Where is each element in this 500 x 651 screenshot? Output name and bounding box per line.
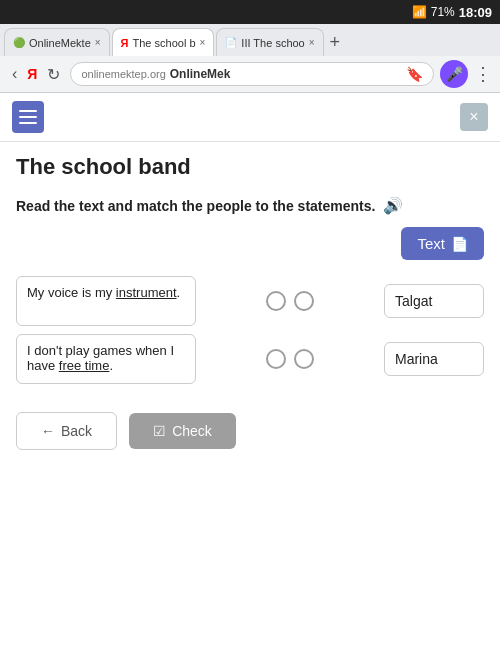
back-nav-button[interactable]: ‹ [8, 63, 21, 85]
name-box-marina: Marina [384, 342, 484, 376]
signal-indicator: 📶 [412, 5, 427, 19]
tab-2[interactable]: Я The school b × [112, 28, 215, 56]
radio-group-2 [204, 349, 376, 369]
name-marina: Marina [395, 351, 438, 367]
match-row-2: I don't play games when I have free time… [16, 334, 484, 384]
matching-area: My voice is my instrument. Talgat I don'… [16, 276, 484, 392]
text-button[interactable]: Text 📄 [401, 227, 484, 260]
page-content: × The school band Read the text and matc… [0, 93, 500, 613]
battery-indicator: 71% [431, 5, 455, 19]
check-button-label: Check [172, 423, 212, 439]
tab-1-close[interactable]: × [95, 37, 101, 48]
url-brand: OnlineMek [170, 67, 231, 81]
statement-1-text: My voice is my instrument. [27, 285, 180, 300]
time-display: 18:09 [459, 5, 492, 20]
reload-button[interactable]: ↻ [43, 63, 64, 86]
more-options-button[interactable]: ⋮ [474, 63, 492, 85]
name-box-talgat: Talgat [384, 284, 484, 318]
url-bar[interactable]: onlinemektep.org OnlineMek 🔖 [70, 62, 434, 86]
tab-3[interactable]: 📄 III The schoo × [216, 28, 323, 56]
hamburger-line-2 [19, 116, 37, 118]
back-button[interactable]: ← Back [16, 412, 117, 450]
tab-1-label: OnlineMekte [29, 37, 91, 49]
radio-2-right[interactable] [294, 349, 314, 369]
check-button[interactable]: ☑ Check [129, 413, 236, 449]
back-arrow-icon: ← [41, 423, 55, 439]
close-page-button[interactable]: × [460, 103, 488, 131]
hamburger-button[interactable] [12, 101, 44, 133]
radio-1-right[interactable] [294, 291, 314, 311]
browser-chrome: 🟢 OnlineMekte × Я The school b × 📄 III T… [0, 24, 500, 93]
instruction-label: Read the text and match the people to th… [16, 198, 375, 214]
tab-2-close[interactable]: × [200, 37, 206, 48]
tab-3-favicon: 📄 [225, 37, 237, 48]
back-button-label: Back [61, 423, 92, 439]
hamburger-line-1 [19, 110, 37, 112]
status-bar: 📶 71% 18:09 [0, 0, 500, 24]
tab-2-favicon: Я [121, 37, 129, 49]
url-icons: 🔖 [406, 66, 423, 82]
document-icon: 📄 [451, 236, 468, 252]
check-icon: ☑ [153, 423, 166, 439]
statement-box-1: My voice is my instrument. [16, 276, 196, 326]
page-toolbar: × [0, 93, 500, 142]
tab-bar: 🟢 OnlineMekte × Я The school b × 📄 III T… [0, 24, 500, 56]
page-inner: The school band Read the text and match … [0, 142, 500, 462]
address-bar: ‹ Я ↻ onlinemektep.org OnlineMek 🔖 🎤 ⋮ [0, 56, 500, 92]
microphone-button[interactable]: 🎤 [440, 60, 468, 88]
yandex-icon: Я [27, 66, 37, 82]
url-domain: onlinemektep.org [81, 68, 165, 80]
hamburger-line-3 [19, 122, 37, 124]
tab-2-label: The school b [133, 37, 196, 49]
match-row-1: My voice is my instrument. Talgat [16, 276, 484, 326]
tab-1[interactable]: 🟢 OnlineMekte × [4, 28, 110, 56]
tab-3-close[interactable]: × [309, 37, 315, 48]
bookmark-icon[interactable]: 🔖 [406, 66, 423, 82]
instruction-text: Read the text and match the people to th… [16, 196, 484, 215]
page-title: The school band [16, 154, 484, 180]
name-talgat: Talgat [395, 293, 432, 309]
statement-2-text: I don't play games when I have free time… [27, 343, 174, 373]
radio-1-left[interactable] [266, 291, 286, 311]
text-button-label: Text [417, 235, 445, 252]
tab-1-favicon: 🟢 [13, 37, 25, 48]
text-button-container: Text 📄 [16, 227, 484, 268]
radio-group-1 [204, 291, 376, 311]
radio-2-left[interactable] [266, 349, 286, 369]
statement-box-2: I don't play games when I have free time… [16, 334, 196, 384]
tab-3-label: III The schoo [241, 37, 304, 49]
speaker-icon[interactable]: 🔊 [383, 196, 403, 215]
action-buttons: ← Back ☑ Check [16, 412, 484, 450]
new-tab-button[interactable]: + [326, 32, 345, 53]
